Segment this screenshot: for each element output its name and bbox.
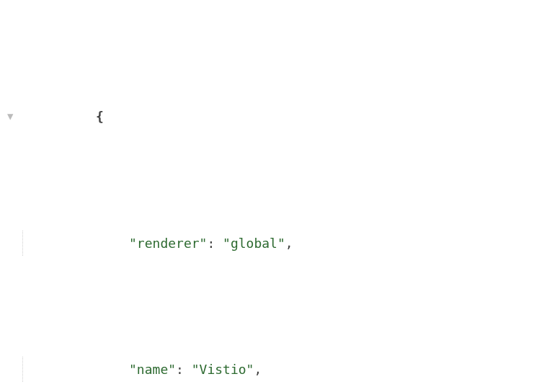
json-line: "renderer": "global", — [6, 231, 539, 256]
chevron-down-icon[interactable]: ▼ — [7, 107, 13, 126]
json-line: "name": "Vistio", — [6, 357, 539, 382]
json-string-value: "global" — [223, 236, 285, 251]
open-brace: { — [96, 109, 104, 124]
json-key: "name" — [129, 362, 176, 377]
json-line: ▼ { — [6, 104, 539, 129]
json-tree: ▼ { "renderer": "global", "name": "Visti… — [6, 3, 539, 392]
json-key: "renderer" — [129, 236, 207, 251]
json-string-value: "Vistio" — [192, 362, 254, 377]
